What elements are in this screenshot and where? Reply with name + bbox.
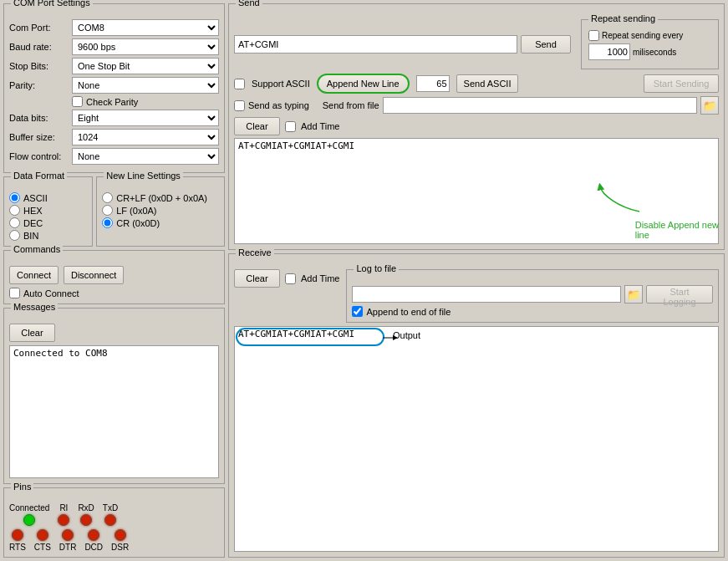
flow-control-label: Flow control:	[9, 151, 72, 161]
parity-select[interactable]: None	[72, 77, 219, 94]
rxd-pin-label: RxD	[78, 503, 94, 513]
send-button[interactable]: Send	[521, 35, 571, 54]
flow-control-select[interactable]: None	[72, 148, 219, 165]
bin-radio[interactable]	[9, 230, 20, 241]
cts-pin-led	[37, 529, 48, 541]
log-browse-button[interactable]: 📁	[624, 285, 643, 303]
send-as-typing-checkbox[interactable]	[234, 100, 245, 111]
send-textarea[interactable]: AT+CGMIAT+CGMIAT+CGMI	[234, 138, 719, 244]
ascii-radio[interactable]	[9, 192, 20, 203]
receive-clear-button[interactable]: Clear	[234, 269, 280, 288]
append-end-of-file-label: Append to end of file	[366, 307, 451, 317]
cr-radio[interactable]	[102, 217, 113, 228]
send-input[interactable]	[234, 35, 517, 54]
num-input[interactable]	[416, 75, 450, 92]
hex-label: HEX	[23, 206, 43, 216]
buffer-size-label: Buffer size:	[9, 132, 72, 142]
baud-rate-label: Baud rate:	[9, 42, 72, 52]
receive-add-time-label: Add Time	[301, 273, 339, 283]
dcd-pin-label: DCD	[84, 543, 103, 552]
browse-file-button[interactable]: 📁	[700, 96, 719, 115]
start-sending-button[interactable]: Start Sending	[644, 74, 719, 93]
messages-textarea[interactable]	[9, 345, 219, 478]
dtr-pin-led	[62, 529, 74, 541]
parity-label: Parity:	[9, 80, 72, 90]
repeat-sending-title: Repeat sending	[588, 13, 658, 23]
receive-textarea[interactable]: AT+CGMIAT+CGMIAT+CGMI	[234, 326, 719, 552]
rts-pin-led	[12, 529, 23, 541]
messages-title: Messages	[11, 302, 58, 312]
repeat-sending-checkbox[interactable]	[588, 30, 599, 41]
append-end-of-file-checkbox[interactable]	[352, 306, 363, 317]
data-bits-label: Data bits:	[9, 113, 72, 123]
com-port-select[interactable]: COM8	[72, 19, 219, 36]
lf-radio[interactable]	[102, 205, 113, 216]
ascii-label: ASCII	[23, 193, 48, 203]
crlf-radio[interactable]	[102, 192, 113, 203]
miliseconds-label: miliseconds	[633, 48, 676, 57]
send-panel-title: Send	[236, 0, 262, 8]
repeat-sending-label: Repeat sending every	[602, 31, 683, 40]
check-parity-checkbox[interactable]	[72, 96, 83, 107]
pins-title: Pins	[11, 482, 33, 492]
messages-clear-button[interactable]: Clear	[9, 324, 55, 342]
newline-settings-title: New Line Settings	[104, 171, 183, 181]
start-logging-button[interactable]: Start Logging	[646, 285, 713, 303]
com-port-label: Com Port:	[9, 23, 72, 33]
bin-label: BIN	[23, 231, 38, 241]
txd-pin-label: TxD	[103, 503, 118, 513]
dcd-pin-led	[88, 529, 99, 541]
stop-bits-select[interactable]: One Stop Bit	[72, 58, 219, 74]
commands-title: Commands	[11, 244, 63, 254]
receive-panel-title: Receive	[236, 247, 274, 258]
rts-pin-label: RTS	[9, 543, 26, 552]
lf-label: LF (0x0A)	[116, 206, 156, 216]
cts-pin-label: CTS	[34, 543, 51, 552]
connect-button[interactable]: Connect	[9, 266, 59, 284]
auto-connect-label: Auto Connect	[23, 288, 79, 298]
dtr-pin-label: DTR	[59, 543, 77, 552]
log-file-input[interactable]	[352, 286, 621, 303]
dec-radio[interactable]	[9, 217, 20, 228]
ri-pin-led	[58, 514, 69, 526]
crlf-label: CR+LF (0x0D + 0x0A)	[116, 193, 207, 203]
auto-connect-checkbox[interactable]	[9, 288, 20, 298]
stop-bits-label: Stop Bits:	[9, 61, 72, 71]
ri-pin-label: RI	[59, 503, 68, 513]
send-ascii-button[interactable]: Send ASCII	[456, 74, 519, 93]
add-time-checkbox[interactable]	[285, 121, 296, 132]
log-to-file-title: Log to file	[354, 263, 399, 273]
append-new-line-button[interactable]: Append New Line	[317, 74, 410, 94]
send-file-input[interactable]	[383, 97, 697, 114]
txd-pin-led	[104, 514, 116, 526]
rxd-pin-led	[80, 514, 92, 526]
disconnect-button[interactable]: Disconnect	[64, 266, 124, 284]
dsr-pin-led	[115, 529, 126, 541]
baud-rate-select[interactable]: 9600 bps	[72, 38, 219, 55]
com-port-settings-title: COM Port Settings	[11, 0, 93, 8]
send-as-typing-label: Send as typing	[248, 100, 309, 110]
support-ascii-checkbox[interactable]	[234, 79, 245, 89]
connected-pin-label: Connected	[9, 503, 49, 513]
send-from-file-label: Send from file	[323, 100, 379, 110]
hex-radio[interactable]	[9, 205, 20, 216]
send-clear-button[interactable]: Clear	[234, 117, 280, 135]
support-ascii-label: Support ASCII	[252, 79, 310, 89]
dsr-pin-label: DSR	[111, 543, 129, 552]
data-format-title: Data Format	[11, 171, 67, 181]
buffer-size-select[interactable]: 1024	[72, 129, 219, 145]
data-bits-select[interactable]: Eight	[72, 110, 219, 126]
add-time-label: Add Time	[301, 121, 339, 131]
repeat-interval-input[interactable]	[588, 43, 630, 60]
dec-label: DEC	[23, 218, 43, 228]
check-parity-label: Check Parity	[86, 97, 138, 107]
receive-add-time-checkbox[interactable]	[285, 273, 296, 284]
cr-label: CR (0x0D)	[116, 218, 160, 228]
connected-pin-led	[23, 514, 35, 526]
output-label: Output	[393, 330, 420, 340]
